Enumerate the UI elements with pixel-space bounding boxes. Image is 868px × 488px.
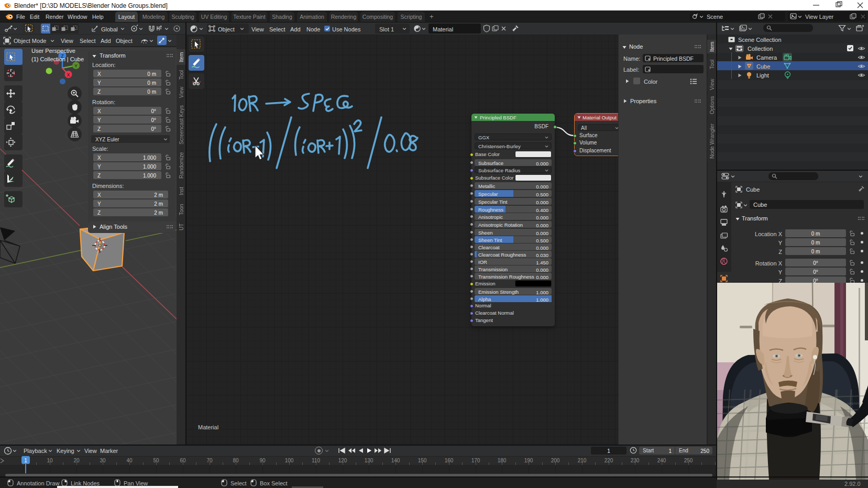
svg-text:Y: Y xyxy=(74,63,78,69)
svg-text:X: X xyxy=(67,72,70,77)
